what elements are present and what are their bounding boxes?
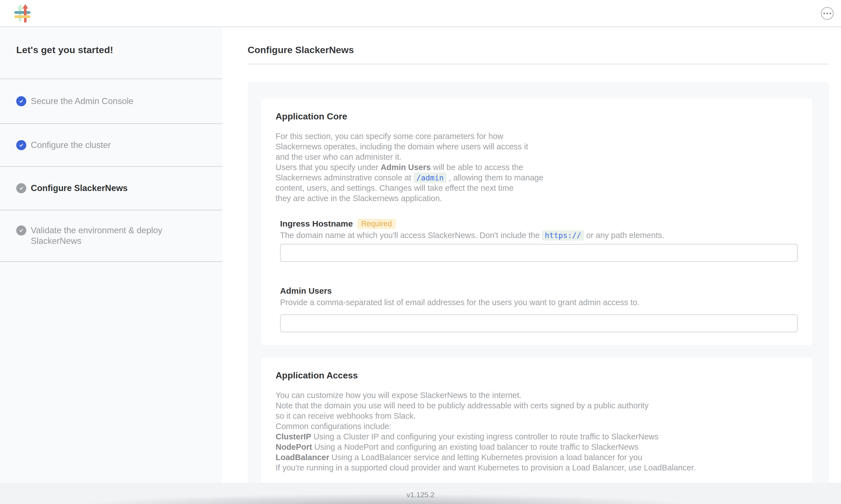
admin-users-input[interactable]: [280, 314, 798, 332]
admin-users-field-group: Admin Users Provide a comma-separated li…: [280, 285, 798, 332]
sidebar-step-configure-cluster[interactable]: Configure the cluster: [0, 123, 222, 166]
step-label: Configure SlackerNews: [31, 183, 128, 194]
sidebar-step-configure-slackernews[interactable]: Configure SlackerNews: [0, 166, 222, 210]
page-footer: v1.125.2: [0, 483, 841, 504]
top-navbar: [0, 0, 841, 27]
step-complete-check-icon: [16, 96, 26, 106]
page-body: Let's get you started! Secure the Admin …: [0, 27, 841, 504]
text-segment: Using a LoadBalancer service and letting…: [329, 453, 642, 462]
application-core-card: Application Core For this section, you c…: [261, 98, 812, 345]
inline-code-chip: https://: [542, 230, 584, 240]
application-access-card: Application Access You can customize how…: [261, 357, 812, 486]
step-label: Configure the cluster: [31, 140, 111, 150]
step-pending-check-icon: [16, 226, 26, 235]
ingress-hostname-help: The domain name at which you'll access S…: [280, 230, 798, 240]
card-title: Application Access: [275, 370, 798, 381]
text-segment: Provide a comma-separated list of email …: [280, 298, 640, 307]
ingress-hostname-input[interactable]: [280, 244, 798, 262]
step-label: Secure the Admin Console: [31, 96, 133, 107]
text-segment: Common configurations include:: [275, 422, 391, 431]
admin-users-label: Admin Users: [280, 286, 332, 295]
text-segment: Admin Users: [381, 163, 431, 172]
text-segment: The domain name at which you'll access S…: [280, 231, 542, 240]
title-divider: [248, 64, 829, 64]
text-segment: will be able to access the: [431, 163, 523, 172]
text-segment: If you're running in a supported cloud p…: [275, 463, 696, 472]
required-badge: Required: [357, 219, 396, 229]
step-complete-check-icon: [16, 140, 26, 150]
text-segment: and the user who can administer it.: [275, 152, 401, 161]
step-label: Validate the environment & deploy Slacke…: [31, 225, 193, 247]
ellipsis-icon: [826, 13, 828, 14]
app-window: Let's get you started! Secure the Admin …: [0, 0, 841, 504]
setup-steps-sidebar: Let's get you started! Secure the Admin …: [0, 27, 222, 504]
text-segment: Users that you specify under: [275, 163, 381, 172]
text-segment: Using a Cluster IP and configuring your …: [311, 432, 659, 441]
page-title: Configure SlackerNews: [248, 44, 829, 55]
text-segment: Note that the domain you use will need t…: [275, 401, 648, 410]
sidebar-step-validate-deploy[interactable]: Validate the environment & deploy Slacke…: [0, 210, 222, 262]
more-options-button[interactable]: [821, 7, 834, 20]
inline-code-chip: /admin: [413, 173, 447, 183]
ingress-hostname-field-group: Ingress Hostname Required The domain nam…: [280, 218, 798, 262]
sidebar-title: Let's get you started!: [0, 27, 222, 78]
text-segment: Slackernews operates, including the doma…: [275, 142, 528, 151]
main-content: Configure SlackerNews Application Core F…: [222, 27, 841, 504]
text-segment: they are active in the Slackernews appli…: [275, 194, 442, 203]
text-segment: NodePort: [275, 443, 312, 451]
card-description: You can customize how you will expose Sl…: [275, 390, 798, 473]
ingress-hostname-label: Ingress Hostname: [280, 219, 353, 229]
text-segment: Slackernews adminstrative console at: [275, 173, 413, 182]
version-label: v1.125.2: [0, 490, 841, 499]
text-segment: , allowing them to manage: [447, 173, 543, 182]
step-pending-check-icon: [16, 183, 26, 193]
ellipsis-icon: [823, 13, 825, 14]
text-segment: LoadBalancer: [275, 453, 329, 462]
card-description: For this section, you can specify some c…: [275, 131, 798, 204]
text-segment: so it can receive webhooks from Slack.: [275, 411, 416, 420]
text-segment: ClusterIP: [275, 432, 311, 441]
text-segment: content, users, and settings. Changes wi…: [275, 183, 514, 193]
text-segment: Using a NodePort and configuring an exis…: [312, 443, 639, 451]
config-panel: Application Core For this section, you c…: [248, 82, 829, 504]
admin-users-help: Provide a comma-separated list of email …: [280, 297, 798, 308]
ellipsis-icon: [829, 13, 831, 14]
slackernews-logo-icon: [14, 4, 31, 23]
text-segment: For this section, you can specify some c…: [275, 132, 503, 141]
card-title: Application Core: [275, 111, 798, 122]
text-segment: or any path elements.: [584, 231, 664, 240]
text-segment: You can customize how you will expose Sl…: [275, 391, 521, 400]
sidebar-step-secure-admin-console[interactable]: Secure the Admin Console: [0, 78, 222, 123]
